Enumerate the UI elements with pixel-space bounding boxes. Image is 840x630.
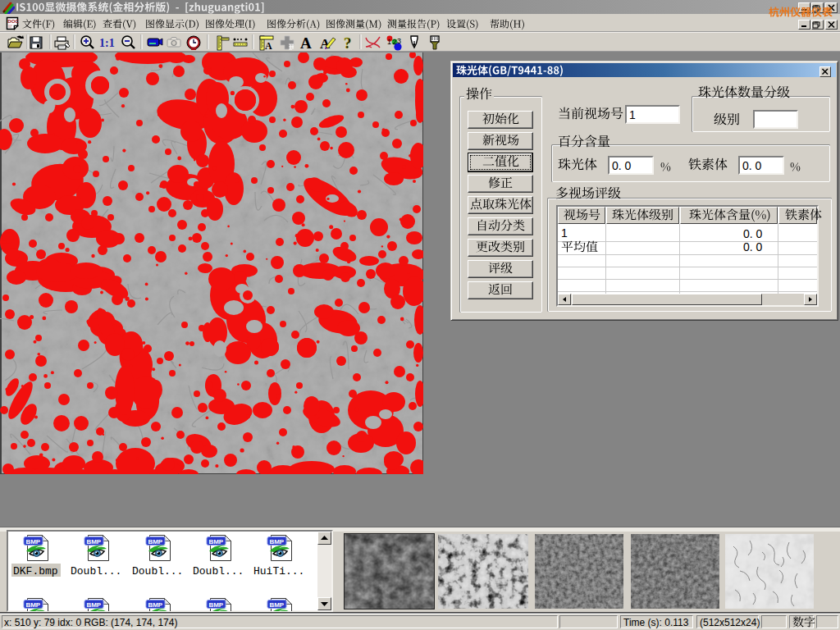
svg-text:BMP: BMP xyxy=(86,538,101,546)
svg-text:1:1: 1:1 xyxy=(99,37,115,49)
svg-text:BMP: BMP xyxy=(208,601,223,609)
svg-text:?: ? xyxy=(344,34,352,52)
svg-text:1: 1 xyxy=(387,38,391,46)
svg-text:BMP: BMP xyxy=(25,538,40,546)
svg-text:BMP: BMP xyxy=(148,601,162,609)
svg-text:3: 3 xyxy=(397,37,401,45)
svg-text:BMP: BMP xyxy=(148,538,162,546)
svg-text:BMP: BMP xyxy=(269,601,284,609)
svg-text:2: 2 xyxy=(393,38,397,46)
svg-text:A: A xyxy=(300,34,312,52)
svg-text:BMP: BMP xyxy=(86,601,101,609)
svg-text:A: A xyxy=(265,40,272,52)
svg-text:BMP: BMP xyxy=(25,601,40,609)
svg-text:BMP: BMP xyxy=(269,538,284,546)
svg-text:BMP: BMP xyxy=(208,538,223,546)
svg-text:DOC: DOC xyxy=(7,18,19,24)
